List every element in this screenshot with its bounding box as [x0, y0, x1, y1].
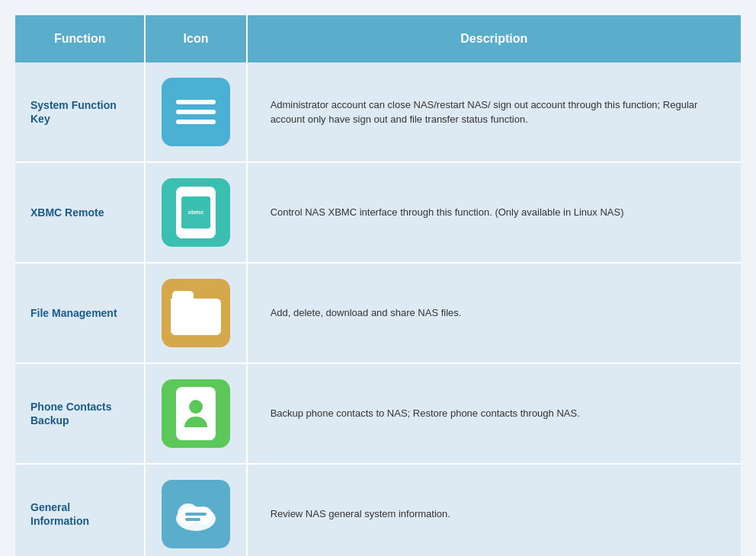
table-row: XBMC RemotexbmcControl NAS XBMC interfac…	[15, 163, 741, 264]
function-name: Phone Contacts Backup	[30, 401, 112, 427]
col-description-header: Description	[248, 15, 741, 62]
icon-cell	[146, 465, 247, 556]
description-text: Control NAS XBMC interface through this …	[271, 206, 624, 218]
contacts-icon	[162, 379, 230, 448]
description-text: Add, delete, download and share NAS file…	[271, 307, 462, 318]
function-cell: Phone Contacts Backup	[15, 364, 146, 465]
function-name: General Information	[30, 501, 89, 527]
hamburger-icon	[162, 78, 230, 146]
table-row: Phone Contacts BackupBackup phone contac…	[15, 364, 741, 465]
description-cell: Add, delete, download and share NAS file…	[248, 264, 741, 364]
table-row: File ManagementAdd, delete, download and…	[15, 264, 741, 364]
svg-rect-3	[185, 513, 207, 516]
xbmc-icon: xbmc	[162, 178, 230, 247]
description-cell: Administrator account can close NAS/rest…	[248, 62, 741, 163]
table-row: General Information Review NAS general s…	[15, 465, 741, 556]
description-cell: Control NAS XBMC interface through this …	[248, 163, 741, 264]
folder-icon	[162, 279, 230, 347]
col-icon-header: Icon	[146, 15, 247, 62]
description-text: Administrator account can close NAS/rest…	[271, 99, 698, 126]
svg-rect-4	[185, 518, 200, 521]
function-cell: General Information	[15, 465, 146, 556]
table-row: System Function KeyAdministrator account…	[15, 62, 741, 163]
icon-cell	[146, 364, 247, 465]
description-cell: Backup phone contacts to NAS; Restore ph…	[248, 364, 741, 465]
icon-cell	[146, 264, 247, 364]
description-cell: Review NAS general system information.	[248, 465, 741, 556]
geninfo-icon	[162, 480, 230, 548]
function-cell: XBMC Remote	[15, 163, 146, 264]
function-cell: File Management	[15, 264, 146, 364]
function-name: XBMC Remote	[30, 206, 104, 219]
icon-cell: xbmc	[146, 163, 247, 264]
col-function-header: Function	[15, 15, 146, 62]
function-name: File Management	[30, 307, 117, 319]
icon-cell	[146, 62, 247, 163]
description-text: Backup phone contacts to NAS; Restore ph…	[271, 407, 580, 419]
function-name: System Function Key	[30, 99, 117, 125]
function-cell: System Function Key	[15, 62, 146, 163]
description-text: Review NAS general system information.	[271, 508, 450, 519]
